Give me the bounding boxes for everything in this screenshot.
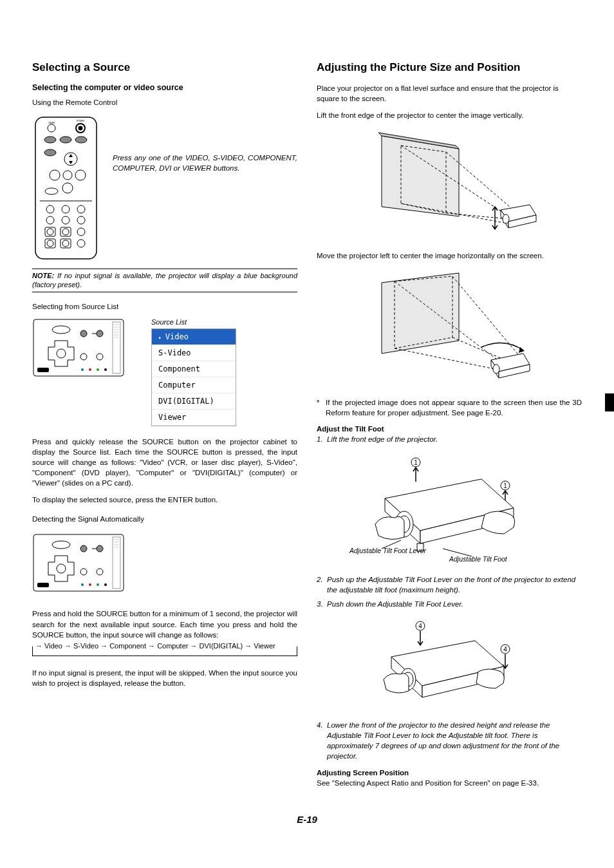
svg-point-62 [97, 545, 103, 552]
source-list-row: Source List Video S-Video Component Comp… [32, 318, 297, 426]
svg-rect-33 [33, 319, 124, 376]
if-no-input-paragraph: If no input signal is present, the input… [32, 668, 297, 688]
svg-point-47 [97, 354, 103, 360]
svg-point-69 [97, 583, 99, 586]
svg-point-8 [75, 137, 87, 143]
svg-point-14 [62, 183, 73, 193]
svg-point-49 [81, 368, 84, 371]
svg-point-70 [104, 583, 107, 586]
source-list-label: Source List [151, 318, 236, 326]
svg-rect-53 [33, 534, 124, 591]
svg-point-29 [47, 240, 53, 247]
svg-point-51 [97, 368, 99, 371]
adjust-tilt-heading: Adjust the Tilt Foot [317, 425, 582, 433]
svg-text:4: 4 [418, 623, 422, 630]
svg-point-44 [97, 330, 103, 337]
asterisk-text: If the projected image does not appear s… [326, 397, 582, 418]
source-item-svideo: S-Video [152, 345, 236, 361]
svg-point-6 [44, 137, 56, 143]
step-2: 2.Push up the Adjustable Tilt Foot Lever… [317, 574, 582, 595]
move-left-paragraph: Move the projector left to center the im… [317, 250, 582, 261]
step-3: 3.Push down the Adjustable Tilt Foot Lev… [317, 599, 582, 609]
source-item-dvi: DVI(DIGITAL) [152, 393, 236, 410]
source-item-component: Component [152, 361, 236, 377]
svg-text:4: 4 [503, 646, 507, 653]
tilt-foot-label: Adjustable Tilt Foot [449, 555, 508, 563]
svg-point-59 [52, 541, 70, 549]
tilt-lever-label: Adjustable Tilt Foot Lever [349, 547, 426, 554]
projector-panel-figure-2 [32, 533, 297, 597]
right-column: Adjusting the Picture Size and Position … [317, 61, 582, 795]
source-loop-text: → Video → S-Video → Component → Computer… [35, 642, 294, 650]
svg-point-11 [50, 170, 60, 180]
svg-point-46 [80, 354, 87, 360]
vertical-adjust-figure [317, 129, 582, 239]
tilt-foot-figure-2: 4 4 3 [317, 618, 582, 708]
svg-point-60 [80, 545, 87, 552]
source-item-computer: Computer [152, 377, 236, 393]
svg-text:POWER: POWER [77, 120, 84, 122]
adjusting-screen-heading: Adjusting Screen Position [317, 769, 582, 777]
svg-point-31 [62, 240, 69, 247]
svg-point-13 [63, 171, 72, 180]
step-1: 1.Lift the front edge of the projector. [317, 434, 582, 444]
svg-text:1: 1 [414, 459, 418, 466]
svg-point-18 [62, 205, 70, 213]
svg-point-67 [81, 583, 84, 586]
svg-point-41 [52, 326, 70, 334]
svg-point-21 [62, 216, 70, 224]
svg-point-32 [77, 240, 85, 247]
svg-point-65 [97, 569, 103, 575]
source-item-video: Video [152, 329, 236, 345]
svg-text:1: 1 [503, 482, 507, 489]
svg-point-4 [79, 126, 83, 131]
svg-point-63 [57, 564, 66, 573]
remote-control-figure-row: LASER POWER Press [32, 114, 297, 262]
svg-point-17 [46, 205, 54, 213]
source-item-viewer: Viewer [152, 410, 236, 426]
subheading-selecting-computer: Selecting the computer or video source [32, 83, 297, 92]
lift-front-paragraph: Lift the front edge of the projector to … [317, 110, 582, 120]
left-column: Selecting a Source Selecting the compute… [32, 61, 297, 795]
projector-top-panel-illustration-1 [32, 318, 126, 379]
using-remote-label: Using the Remote Control [32, 97, 297, 108]
svg-point-42 [80, 330, 87, 337]
svg-point-15 [45, 188, 58, 194]
page-number: E-19 [32, 814, 582, 825]
to-display-paragraph: To display the selected source, press th… [32, 495, 297, 505]
note-prefix: NOTE: [32, 272, 54, 279]
note-text: If no input signal is available, the pro… [32, 272, 297, 288]
svg-point-52 [104, 368, 107, 371]
see-aspect-paragraph: See "Selecting Aspect Ratio and Position… [317, 778, 582, 788]
svg-point-27 [77, 228, 85, 236]
note-box: NOTE: If no input signal is available, t… [32, 269, 297, 292]
svg-text:LASER: LASER [48, 122, 55, 124]
press-source-paragraph: Press and quickly release the SOURCE but… [32, 437, 297, 488]
asterisk-note: * If the projected image does not appear… [317, 397, 582, 418]
heading-selecting-source: Selecting a Source [32, 61, 297, 74]
svg-point-71 [503, 214, 509, 223]
svg-point-45 [57, 349, 66, 358]
step-4: 4.Lower the front of the projector to th… [317, 720, 582, 761]
svg-point-19 [77, 205, 85, 213]
remote-caption: Press any one of the VIDEO, S-VIDEO, COM… [113, 153, 297, 173]
source-list-menu: Video S-Video Component Computer DVI(DIG… [151, 328, 236, 426]
svg-point-68 [89, 583, 91, 586]
horizontal-adjust-figure [317, 270, 582, 386]
heading-adjusting-picture: Adjusting the Picture Size and Position [317, 61, 582, 74]
svg-rect-66 [37, 583, 49, 587]
svg-point-26 [62, 229, 69, 235]
svg-point-9 [44, 149, 56, 156]
svg-point-12 [75, 170, 86, 180]
selecting-from-source-list-label: Selecting from Source List [32, 301, 297, 312]
remote-control-illustration: LASER POWER [32, 114, 100, 262]
svg-point-64 [80, 569, 87, 575]
svg-rect-48 [37, 368, 49, 372]
svg-point-24 [47, 229, 53, 235]
svg-point-7 [60, 137, 71, 143]
place-projector-paragraph: Place your projector on a flat level sur… [317, 83, 582, 104]
tilt-foot-figure-1: 1 1 2 Adjustable Tilt [317, 453, 582, 563]
svg-point-20 [46, 216, 54, 224]
detecting-signal-label: Detecting the Signal Automatically [32, 514, 297, 524]
svg-point-22 [77, 216, 85, 224]
